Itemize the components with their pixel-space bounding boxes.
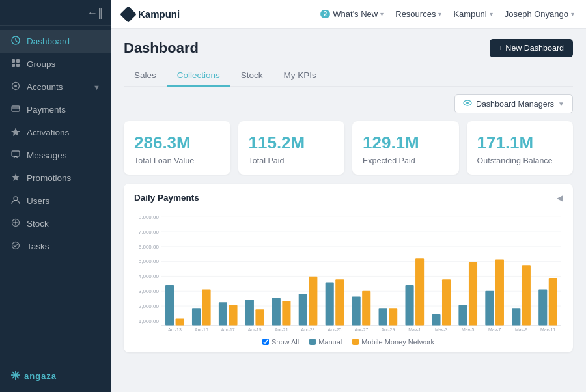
kpi-label: Total Paid bbox=[249, 156, 335, 165]
svg-rect-62 bbox=[405, 285, 413, 326]
whats-new-button[interactable]: 2 What's New ▾ bbox=[320, 9, 384, 19]
mobile-legend-dot bbox=[352, 339, 359, 345]
svg-rect-60 bbox=[389, 308, 397, 325]
svg-text:Apr-19: Apr-19 bbox=[248, 328, 262, 331]
sidebar-item-label: Users bbox=[27, 196, 49, 206]
sidebar-item-messages[interactable]: Messages bbox=[0, 144, 111, 167]
svg-rect-54 bbox=[335, 279, 344, 325]
sidebar-toggle-icon[interactable]: ←‖ bbox=[87, 7, 103, 19]
sidebar-item-groups[interactable]: Groups bbox=[0, 53, 111, 76]
svg-rect-66 bbox=[442, 279, 451, 325]
promotions-icon bbox=[10, 173, 21, 184]
sidebar-item-label: Stock bbox=[27, 219, 49, 229]
svg-rect-69 bbox=[469, 262, 477, 326]
svg-rect-63 bbox=[415, 258, 424, 325]
sidebar-item-label: Promotions bbox=[27, 173, 71, 183]
sidebar-item-label: Accounts bbox=[27, 82, 63, 92]
svg-text:Apr-27: Apr-27 bbox=[354, 328, 368, 331]
svg-rect-74 bbox=[512, 308, 520, 325]
brand-icon: ✳ bbox=[10, 369, 21, 383]
svg-text:May-1: May-1 bbox=[408, 328, 421, 331]
chart-collapse-icon[interactable]: ◀ bbox=[557, 193, 563, 203]
svg-text:3,000.00: 3,000.00 bbox=[139, 288, 160, 294]
svg-rect-10 bbox=[12, 151, 20, 156]
users-icon bbox=[10, 195, 21, 206]
sidebar-item-promotions[interactable]: Promotions bbox=[0, 167, 111, 189]
svg-rect-71 bbox=[485, 291, 494, 326]
kampuni-button[interactable]: Kampuni ▾ bbox=[453, 9, 492, 19]
tasks-icon bbox=[10, 241, 21, 252]
svg-text:Apr-21: Apr-21 bbox=[275, 328, 288, 331]
resources-label: Resources bbox=[395, 9, 436, 19]
resources-button[interactable]: Resources ▾ bbox=[395, 9, 441, 19]
kpi-card-outstanding: 171.1M Outstanding Balance bbox=[467, 121, 574, 175]
svg-text:6,000.00: 6,000.00 bbox=[139, 244, 160, 250]
svg-text:4,000.00: 4,000.00 bbox=[139, 273, 160, 279]
activations-icon bbox=[10, 127, 21, 138]
tab-collections[interactable]: Collections bbox=[167, 65, 230, 87]
brand-diamond-icon bbox=[120, 6, 136, 22]
svg-rect-39 bbox=[202, 290, 211, 326]
svg-point-6 bbox=[14, 85, 17, 87]
svg-text:Apr-13: Apr-13 bbox=[168, 328, 182, 331]
svg-text:May-9: May-9 bbox=[515, 328, 528, 331]
sidebar-item-dashboard[interactable]: Dashboard bbox=[0, 30, 111, 53]
svg-rect-35 bbox=[165, 285, 174, 326]
svg-marker-11 bbox=[12, 173, 20, 181]
svg-rect-72 bbox=[495, 259, 504, 325]
sidebar-item-label: Groups bbox=[27, 59, 55, 69]
svg-text:May-7: May-7 bbox=[488, 328, 501, 331]
sidebar-item-payments[interactable]: Payments bbox=[0, 98, 111, 121]
chart-header: Daily Payments ◀ bbox=[134, 193, 563, 203]
svg-rect-7 bbox=[12, 106, 20, 111]
payments-icon bbox=[10, 104, 21, 115]
svg-rect-3 bbox=[12, 64, 15, 67]
sidebar-item-tasks[interactable]: Tasks bbox=[0, 235, 111, 258]
tab-mykpis[interactable]: My KPIs bbox=[273, 65, 327, 87]
svg-point-12 bbox=[14, 197, 18, 201]
sidebar-header: ←‖ bbox=[0, 0, 111, 26]
sidebar-item-label: Activations bbox=[27, 128, 69, 137]
sidebar-item-activations[interactable]: Activations bbox=[0, 121, 111, 144]
tab-sales[interactable]: Sales bbox=[124, 65, 167, 87]
svg-rect-1 bbox=[12, 59, 15, 63]
eye-icon bbox=[463, 98, 472, 109]
svg-marker-9 bbox=[11, 128, 20, 136]
svg-point-18 bbox=[466, 102, 469, 104]
chart-title: Daily Payments bbox=[134, 193, 199, 203]
new-dashboard-button[interactable]: + New Dashboard bbox=[490, 39, 573, 57]
svg-text:May-11: May-11 bbox=[540, 328, 555, 331]
svg-rect-36 bbox=[176, 319, 184, 326]
filter-button[interactable]: Dashboard Managers ▼ bbox=[454, 94, 573, 113]
svg-rect-41 bbox=[219, 302, 227, 325]
dashboard-icon bbox=[10, 36, 21, 47]
groups-icon bbox=[10, 59, 21, 70]
legend-mobile: Mobile Money Network bbox=[352, 338, 434, 346]
whats-new-label: What's New bbox=[333, 9, 378, 19]
chart-area: 8,000.00 7,000.00 6,000.00 5,000.00 4,00… bbox=[134, 208, 563, 334]
show-all-checkbox[interactable] bbox=[262, 339, 269, 345]
chevron-down-icon: ▾ bbox=[380, 10, 384, 18]
legend-mobile-label: Mobile Money Network bbox=[361, 338, 434, 346]
whats-new-badge: 2 bbox=[320, 10, 331, 18]
sidebar-item-users[interactable]: Users bbox=[0, 189, 111, 212]
kpi-value: 129.1M bbox=[363, 133, 449, 153]
brand-name: angaza bbox=[24, 371, 57, 381]
svg-rect-48 bbox=[282, 301, 290, 325]
sidebar-item-accounts[interactable]: Accounts ▼ bbox=[0, 76, 111, 98]
kpi-label: Outstanding Balance bbox=[477, 156, 563, 165]
sidebar: ←‖ Dashboard Groups Accounts ▼ Paymen bbox=[0, 0, 111, 392]
user-menu-button[interactable]: Joseph Onyango ▾ bbox=[505, 9, 574, 19]
svg-rect-44 bbox=[245, 300, 254, 326]
svg-rect-53 bbox=[326, 283, 334, 326]
topbar-brand: Kampuni bbox=[122, 8, 180, 20]
svg-rect-47 bbox=[272, 298, 281, 326]
kpi-value: 115.2M bbox=[249, 133, 335, 153]
legend-show-all[interactable]: Show All bbox=[262, 338, 299, 346]
tab-stock[interactable]: Stock bbox=[230, 65, 273, 87]
svg-rect-78 bbox=[549, 278, 557, 325]
sidebar-item-stock[interactable]: Stock bbox=[0, 212, 111, 235]
svg-text:May-3: May-3 bbox=[435, 328, 448, 331]
svg-rect-2 bbox=[16, 59, 20, 63]
sidebar-item-label: Messages bbox=[27, 150, 67, 160]
